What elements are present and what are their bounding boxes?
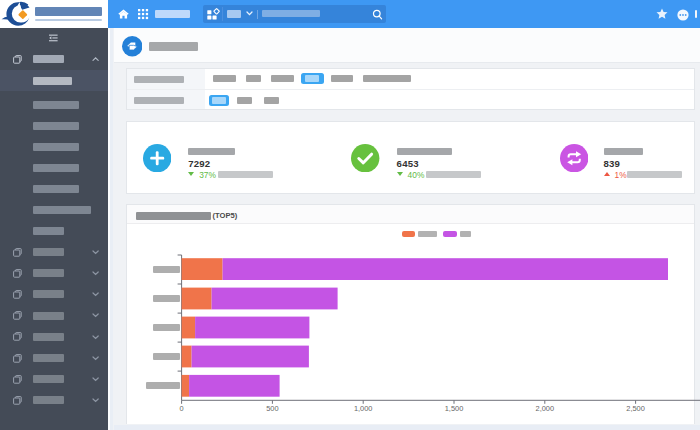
svg-text:2,500: 2,500 xyxy=(626,404,645,413)
svg-text:2,000: 2,000 xyxy=(536,404,555,413)
svg-text:1,500: 1,500 xyxy=(445,404,464,413)
svg-text:0: 0 xyxy=(180,404,184,413)
svg-text:500: 500 xyxy=(266,404,278,413)
svg-text:1,000: 1,000 xyxy=(354,404,373,413)
